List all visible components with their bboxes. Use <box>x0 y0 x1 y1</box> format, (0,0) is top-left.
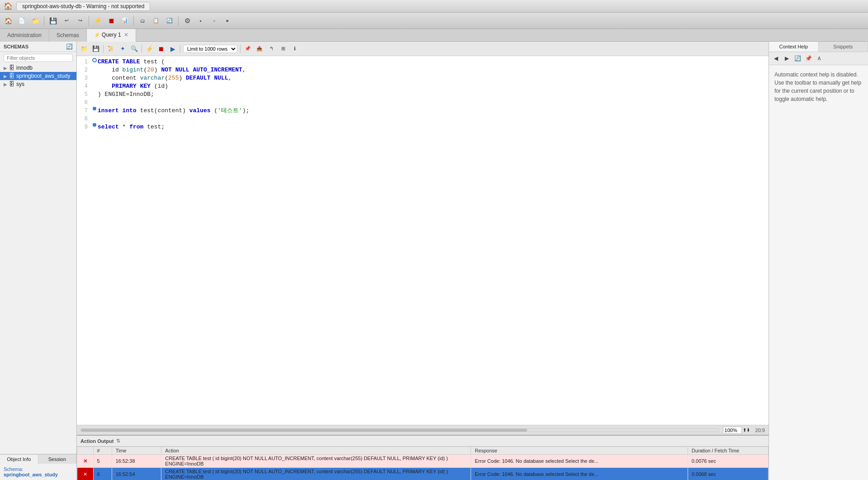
toolbar-run-btn[interactable]: ⚡ <box>91 14 104 27</box>
toolbar-home-btn[interactable]: 🏠 <box>2 14 14 27</box>
code-line-6: 6 <box>77 99 769 107</box>
qb-history[interactable]: 📜 <box>105 43 116 54</box>
linenum-1: 1 <box>77 58 91 66</box>
query-toolbar: 📁 💾 📜 ✦ 🔍 ⚡ ⏹ ▶ Limit to 1000 rows Don't… <box>77 42 769 56</box>
output-panel: Action Output ⇅ # Time Action Response D… <box>77 435 769 480</box>
sidebar-tab-session[interactable]: Session <box>38 454 77 464</box>
right-panel-toolbar: ◀ ▶ 🔄 📌 A <box>769 52 868 65</box>
toolbar-refresh-btn[interactable]: 🔄 <box>163 14 176 27</box>
sidebar-refresh-icon[interactable]: 🔄 <box>66 43 73 50</box>
qb-stop[interactable]: ⏹ <box>156 43 166 54</box>
tab-close-icon[interactable]: ✕ <box>124 32 128 38</box>
schema-list: ▶ 🗄 innodb ▶ 🗄 springboot_aws_study ▶ 🗄 … <box>0 64 76 88</box>
col-duration: Duration / Fetch Time <box>688 447 768 455</box>
linecontent-9: select * from test; <box>98 123 769 131</box>
tab-schemas[interactable]: Schemas <box>49 29 87 42</box>
schema-name-sys: sys <box>16 81 24 87</box>
toolbar-tables-btn[interactable]: 📋 <box>150 14 162 27</box>
h-scrollbar[interactable] <box>80 428 719 432</box>
right-tab-context-help[interactable]: Context Help <box>769 42 819 52</box>
code-line-9: 9 select * from test; <box>77 123 769 131</box>
toolbar-layout2-btn[interactable]: ▫ <box>208 14 221 27</box>
col-num: # <box>93 447 112 455</box>
linemarker-9 <box>91 123 98 127</box>
output-row-1[interactable]: ✕ 6 16:52:54 CREATE TABLE test ( id bigi… <box>77 468 769 480</box>
limit-select[interactable]: Limit to 1000 rows Don't Limit Limit to … <box>183 45 237 53</box>
toolbar-redo-btn[interactable]: ↪ <box>74 14 86 27</box>
qb-find[interactable]: 🔍 <box>129 43 140 54</box>
main-editor: 📁 💾 📜 ✦ 🔍 ⚡ ⏹ ▶ Limit to 1000 rows Don't… <box>77 42 769 480</box>
qb-wrap[interactable]: ↰ <box>266 43 277 54</box>
schema-icon-sys: 🗄 <box>9 81 14 87</box>
toolbar-undo-btn[interactable]: ↩ <box>60 14 73 27</box>
qsep3 <box>180 45 180 53</box>
schema-icon-innodb: 🗄 <box>9 65 14 71</box>
schema-item-sys[interactable]: ▶ 🗄 sys <box>0 80 76 88</box>
qb-run-sel[interactable]: ▶ <box>167 43 178 54</box>
qb-compare[interactable]: ⊞ <box>278 43 288 54</box>
tab-administration[interactable]: Administration <box>0 29 49 42</box>
tab-query1[interactable]: ⚡ Query 1 ✕ <box>87 29 136 42</box>
toolbar-save-btn[interactable]: 💾 <box>47 14 59 27</box>
content-area: SCHEMAS 🔄 ▶ 🗄 innodb ▶ 🗄 springboot_aws_… <box>0 42 868 480</box>
output-header: Action Output ⇅ <box>77 436 769 447</box>
schema-info: Schema: springboot_aws_study <box>0 464 76 480</box>
schema-name-springboot: springboot_aws_study <box>16 73 70 79</box>
rp-auto-btn[interactable]: A <box>814 53 824 63</box>
qb-beautify[interactable]: ✦ <box>117 43 128 54</box>
filter-input[interactable] <box>4 54 73 62</box>
linenum-8: 8 <box>77 115 91 123</box>
code-line-8: 8 <box>77 115 769 123</box>
qsep1 <box>103 45 104 53</box>
home-icon[interactable]: 🏠 <box>4 2 13 10</box>
output-row-0[interactable]: ✕ 5 16:52:38 CREATE TABLE test ( id bigi… <box>77 455 769 468</box>
qb-save[interactable]: 💾 <box>90 43 101 54</box>
code-line-2: 2 id bigint(20) NOT NULL AUTO_INCREMENT, <box>77 66 769 74</box>
toolbar-stop-btn[interactable]: ⏹ <box>105 14 118 27</box>
rp-refresh-btn[interactable]: 🔄 <box>793 53 802 63</box>
rp-back-btn[interactable]: ◀ <box>771 53 781 63</box>
rp-forward-btn[interactable]: ▶ <box>782 53 792 63</box>
code-editor[interactable]: 1 CREATE TABLE test ( 2 id bigint(20) NO… <box>77 56 769 425</box>
sidebar-header: SCHEMAS 🔄 <box>0 42 76 52</box>
zoom-input[interactable] <box>723 427 742 434</box>
rp-pin-btn[interactable]: 📌 <box>803 53 813 63</box>
right-tab-snippets[interactable]: Snippets <box>819 42 868 52</box>
toolbar-layout3-btn[interactable]: ▸ <box>222 14 234 27</box>
col-time: Time <box>112 447 161 455</box>
schema-name-innodb: innodb <box>16 65 33 71</box>
schema-item-innodb[interactable]: ▶ 🗄 innodb <box>0 64 76 72</box>
toolbar-layout1-btn[interactable]: ▪ <box>194 14 207 27</box>
toolbar-new-btn[interactable]: 📄 <box>15 14 28 27</box>
qb-export[interactable]: 📤 <box>254 43 265 54</box>
toolbar-sep-2 <box>89 16 89 26</box>
linecontent-5: ) ENGINE=InnoDB; <box>98 90 769 99</box>
linenum-2: 2 <box>77 66 91 74</box>
row0-num: 5 <box>93 455 112 468</box>
sidebar-tab-objectinfo[interactable]: Object Info <box>0 454 38 464</box>
qb-run-all[interactable]: ⚡ <box>144 43 155 54</box>
linenum-4: 4 <box>77 82 91 90</box>
output-scroll[interactable]: # Time Action Response Duration / Fetch … <box>77 447 769 480</box>
row1-response: Error Code: 1046. No database selected S… <box>471 468 688 480</box>
toolbar-open-btn[interactable]: 📁 <box>29 14 42 27</box>
row0-duration: 0.0076 sec <box>688 455 768 468</box>
qb-info[interactable]: ℹ <box>289 43 300 54</box>
col-action: Action <box>161 447 471 455</box>
qb-pin[interactable]: 📌 <box>242 43 253 54</box>
row0-response: Error Code: 1046. No database selected S… <box>471 455 688 468</box>
toolbar-sep-1 <box>44 16 44 26</box>
circle-marker-1 <box>92 58 97 62</box>
qb-open[interactable]: 📁 <box>79 43 90 54</box>
schema-value: springboot_aws_study <box>4 472 58 477</box>
tab-query1-label: Query 1 <box>102 32 121 38</box>
schema-item-springboot[interactable]: ▶ 🗄 springboot_aws_study <box>0 72 76 80</box>
code-line-3: 3 content varchar(255) DEFAULT NULL, <box>77 74 769 82</box>
toolbar-settings-btn[interactable]: ⚙ <box>181 14 193 27</box>
zoom-arrows[interactable]: ⬆⬇ <box>743 428 750 432</box>
zoom-control: ⬆⬇ <box>723 427 750 434</box>
expand-icon-innodb: ▶ <box>4 66 7 71</box>
toolbar-explain-btn[interactable]: 📊 <box>118 14 131 27</box>
toolbar-schemas-btn[interactable]: 🗂 <box>136 14 149 27</box>
output-sort-icon[interactable]: ⇅ <box>116 438 120 444</box>
